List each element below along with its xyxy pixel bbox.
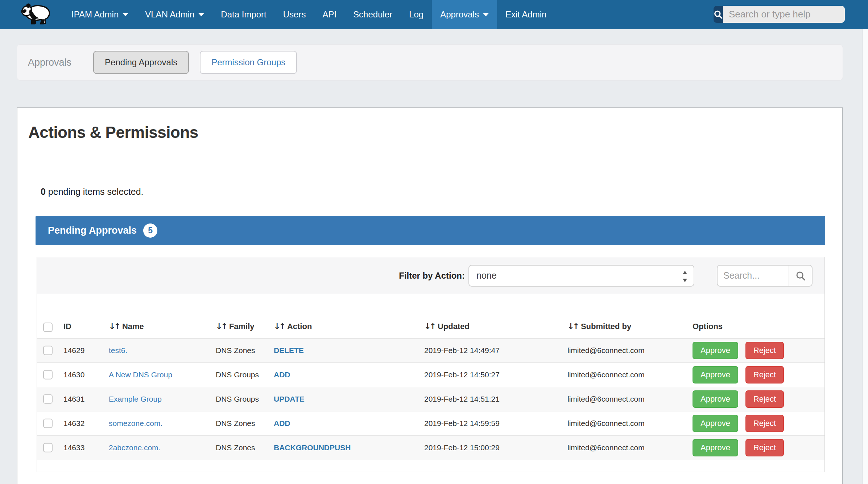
nav-label: API [322, 9, 336, 20]
column-header-name[interactable]: ↓↑Name [109, 322, 144, 331]
reject-button[interactable]: Reject [745, 415, 784, 432]
page-title: Approvals [28, 57, 71, 68]
approve-button[interactable]: Approve [693, 439, 738, 456]
nav-label: Exit Admin [505, 9, 546, 20]
column-header-updated[interactable]: ↓↑Updated [424, 322, 470, 331]
row-updated: 2019-Feb-12 14:50:27 [424, 370, 500, 379]
row-name-link[interactable]: 2abczone.com. [109, 443, 160, 452]
row-name-link[interactable]: test6. [109, 346, 127, 355]
row-name-link[interactable]: A New DNS Group [109, 370, 172, 379]
reject-button[interactable]: Reject [745, 342, 784, 359]
row-family: DNS Zones [216, 419, 255, 428]
row-family: DNS Groups [216, 395, 259, 403]
global-search-input[interactable] [723, 6, 845, 23]
nav-label: Data Import [221, 9, 266, 20]
nav-item-log[interactable]: Log [401, 0, 432, 29]
row-checkbox[interactable] [43, 346, 53, 355]
chevron-down-icon [198, 13, 204, 16]
approve-button[interactable]: Approve [693, 415, 738, 432]
reject-button[interactable]: Reject [745, 390, 784, 408]
table-row: 14633 2abczone.com. DNS Zones BACKGROUND… [37, 436, 824, 460]
nav-item-api[interactable]: API [314, 0, 345, 29]
selected-option: none [476, 270, 497, 281]
reject-button[interactable]: Reject [745, 366, 784, 383]
row-action-link[interactable]: ADD [274, 370, 290, 379]
row-checkbox[interactable] [43, 419, 53, 428]
row-updated: 2019-Feb-12 15:00:29 [424, 443, 500, 452]
table-search-input[interactable] [717, 265, 789, 287]
action-filter-select[interactable]: none [468, 265, 694, 287]
row-action-link[interactable]: BACKGROUNDPUSH [274, 443, 351, 452]
panel-title: Pending Approvals [48, 225, 137, 236]
nav-item-ipam-admin[interactable]: IPAM Admin [63, 0, 137, 29]
nav-label: Approvals [440, 9, 479, 20]
row-id: 14632 [63, 419, 84, 428]
nav-item-exit-admin[interactable]: Exit Admin [497, 0, 555, 29]
row-checkbox[interactable] [43, 370, 53, 380]
table-body: 14629 test6. DNS Zones DELETE 2019-Feb-1… [37, 339, 824, 460]
row-action-link[interactable]: ADD [274, 419, 290, 428]
row-id: 14630 [63, 370, 84, 379]
approve-button[interactable]: Approve [693, 342, 738, 359]
nav-item-data-import[interactable]: Data Import [212, 0, 274, 29]
row-action-link[interactable]: DELETE [274, 346, 304, 355]
sort-icon: ↓↑ [274, 322, 284, 331]
tab-pending-approvals[interactable]: Pending Approvals [93, 51, 189, 74]
count-badge: 5 [143, 223, 157, 238]
row-submitted-by: limited@6connect.com [567, 443, 645, 452]
row-name-link[interactable]: Example Group [109, 395, 162, 403]
table-row: 14629 test6. DNS Zones DELETE 2019-Feb-1… [37, 339, 824, 363]
nav-item-vlan-admin[interactable]: VLAN Admin [137, 0, 212, 29]
selected-text: pending items selected. [46, 186, 144, 197]
column-header-options: Options [693, 322, 723, 331]
row-updated: 2019-Feb-12 14:51:21 [424, 395, 500, 403]
table-header-row: ID ↓↑Name ↓↑Family ↓↑Action ↓↑Updated ↓↑… [37, 294, 824, 339]
column-header-family[interactable]: ↓↑Family [216, 322, 255, 331]
column-header-id[interactable]: ID [63, 322, 71, 331]
table-row: 14630 A New DNS Group DNS Groups ADD 201… [37, 363, 824, 387]
reject-button[interactable]: Reject [745, 439, 784, 456]
column-header-action[interactable]: ↓↑Action [274, 322, 312, 331]
filter-bar: Filter by Action: none [37, 257, 824, 294]
approvals-table-container: Filter by Action: none ID ↓↑Name ↓↑Famil… [37, 257, 825, 472]
row-checkbox[interactable] [43, 394, 53, 404]
approve-button[interactable]: Approve [693, 366, 738, 383]
chevron-down-icon [483, 13, 489, 16]
nav-item-users[interactable]: Users [275, 0, 314, 29]
top-navbar: IPAM Admin VLAN Admin Data Import Users … [0, 0, 868, 29]
search-icon[interactable] [714, 6, 723, 23]
row-submitted-by: limited@6connect.com [567, 419, 645, 428]
select-all-checkbox[interactable] [43, 323, 53, 332]
row-id: 14633 [63, 443, 84, 452]
nav-item-approvals[interactable]: Approvals [432, 0, 497, 29]
nav-label: VLAN Admin [145, 9, 194, 20]
nav-label: Scheduler [353, 9, 392, 20]
row-submitted-by: limited@6connect.com [567, 346, 645, 355]
row-checkbox[interactable] [43, 443, 53, 452]
tab-permission-groups[interactable]: Permission Groups [200, 51, 297, 74]
nav-item-scheduler[interactable]: Scheduler [345, 0, 401, 29]
selected-count: 0 [41, 186, 46, 197]
table-search-button[interactable] [789, 265, 813, 287]
row-family: DNS Zones [216, 443, 255, 452]
row-action-link[interactable]: UPDATE [274, 395, 305, 403]
card-heading: Actions & Permissions [28, 123, 842, 141]
nav-menu: IPAM Admin VLAN Admin Data Import Users … [63, 0, 555, 29]
table-search-group [717, 265, 813, 287]
pending-approvals-panel-header: Pending Approvals 5 [36, 216, 825, 245]
table-row: 14632 somezone.com. DNS Zones ADD 2019-F… [37, 411, 824, 436]
sort-icon: ↓↑ [109, 322, 119, 331]
row-submitted-by: limited@6connect.com [567, 370, 645, 379]
row-name-link[interactable]: somezone.com. [109, 419, 162, 428]
chevron-down-icon [123, 13, 128, 16]
global-search [714, 6, 845, 23]
panda-logo[interactable] [19, 0, 54, 29]
approve-button[interactable]: Approve [693, 390, 738, 408]
actions-permissions-card: Actions & Permissions 0 pending items se… [17, 107, 843, 484]
page-header-panel: Approvals Pending Approvals Permission G… [17, 44, 843, 81]
column-header-submitted-by[interactable]: ↓↑Submitted by [567, 322, 631, 331]
sort-icon: ↓↑ [424, 322, 435, 331]
sort-icon: ↓↑ [216, 322, 226, 331]
vertical-scrollbar[interactable] [863, 29, 868, 484]
row-family: DNS Groups [216, 370, 259, 379]
